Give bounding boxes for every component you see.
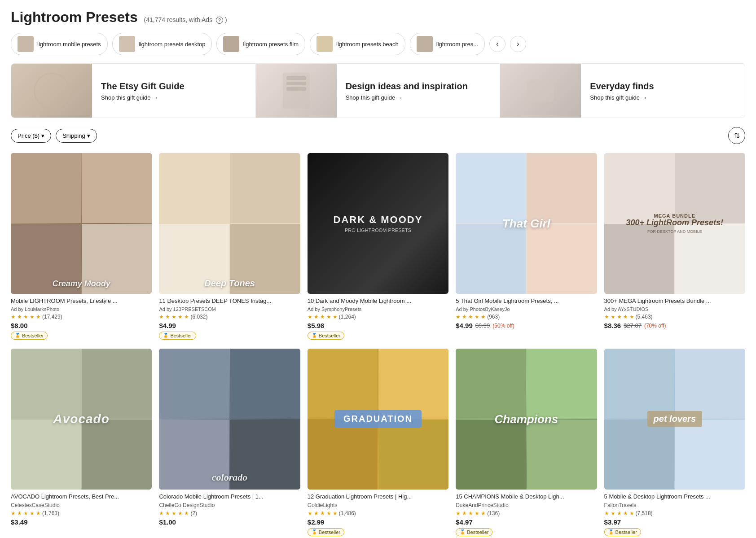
product-price-9: $4.97 <box>456 518 473 526</box>
gift-guide-card-3[interactable]: Everyday finds Shop this gift guide → <box>500 64 745 118</box>
gift-guide-link-2[interactable]: Shop this gift guide → <box>346 94 468 101</box>
star-icon: ★ <box>462 510 467 516</box>
product-grid: Creamy Moody Mobile LIGHTROOM Presets, L… <box>11 153 745 536</box>
gift-guide-content-1: The Etsy Gift Guide Shop this gift guide… <box>92 74 193 108</box>
product-card-2[interactable]: Deep Tones 11 Desktop Presets DEEP TONES… <box>159 153 300 340</box>
star-icon: ★ <box>623 314 628 320</box>
product-grid-cell <box>378 349 448 419</box>
product-image-grid-7 <box>159 349 300 490</box>
product-grid-cell <box>11 349 81 419</box>
star-icon: ★ <box>475 510 479 516</box>
suggestion-thumb-5 <box>417 36 433 52</box>
star-icon: ★ <box>159 510 164 516</box>
badge-icon: 🏅 <box>163 333 168 338</box>
gift-guide-card-1[interactable]: The Etsy Gift Guide Shop this gift guide… <box>11 64 256 118</box>
product-grid-cell <box>604 224 674 294</box>
product-ad-2: Ad by 123PRESETSCOM <box>159 306 300 312</box>
suggestions-bar: lightroom mobile presets lightroom prese… <box>11 33 745 55</box>
gift-guide-title-3: Everyday finds <box>590 81 654 92</box>
product-grid-cell <box>82 349 152 419</box>
product-card-8[interactable]: GRADUATION 12 Graduation Lightroom Prese… <box>308 349 448 536</box>
product-grid-cell <box>604 153 674 223</box>
product-grid-cell <box>230 420 300 490</box>
product-grid-cell <box>82 153 152 223</box>
product-name-8: 12 Graduation Lightroom Presets | Hig... <box>308 493 448 501</box>
product-stars-7: ★★★★★ (2) <box>159 510 300 516</box>
star-icon: ★ <box>326 314 331 320</box>
product-discount-5: (70% off) <box>644 323 666 329</box>
product-image-grid-6 <box>11 349 152 490</box>
product-card-10[interactable]: pet lovers 5 Mobile & Desktop Lightroom … <box>604 349 745 536</box>
star-icon: ★ <box>171 510 176 516</box>
product-grid-cell <box>308 420 378 490</box>
suggestion-thumb-1 <box>18 36 34 52</box>
suggestion-pill-3[interactable]: lightroom presets film <box>216 33 305 55</box>
product-seller-8: GoldieLights <box>308 502 448 508</box>
filters-bar: Price ($) ▾ Shipping ▾ ⇅ <box>11 127 745 144</box>
product-card-3[interactable]: DARK & MOODY PRO LIGHTROOM PRESETS 10 Da… <box>308 153 448 340</box>
product-grid-cell <box>159 420 229 490</box>
product-image-6: Avocado <box>11 349 152 490</box>
product-card-1[interactable]: Creamy Moody Mobile LIGHTROOM Presets, L… <box>11 153 152 340</box>
product-image-8: GRADUATION <box>308 349 448 490</box>
star-icon: ★ <box>468 510 473 516</box>
star-icon: ★ <box>314 314 319 320</box>
suggestion-pill-2[interactable]: lightroom presets desktop <box>112 33 212 55</box>
product-stars-1: ★ ★ ★ ★ ★ (17,429) <box>11 314 152 320</box>
star-icon: ★ <box>23 510 28 516</box>
gift-guide-link-1[interactable]: Shop this gift guide → <box>101 94 185 101</box>
star-icon: ★ <box>17 314 22 320</box>
product-grid-cell <box>11 153 81 223</box>
next-arrow[interactable]: › <box>510 36 526 52</box>
price-row-7: $1.00 <box>159 518 300 526</box>
product-grid-cell <box>527 420 597 490</box>
product-card-4[interactable]: That Girl 5 That Girl Mobile Lightroom P… <box>456 153 597 340</box>
suggestion-thumb-3 <box>223 36 239 52</box>
product-ad-4: Ad by PhotosByKaseyJo <box>456 306 597 312</box>
star-icon: ★ <box>36 314 41 320</box>
product-image-grid-9 <box>456 349 597 490</box>
sort-button[interactable]: ⇅ <box>728 127 745 144</box>
gift-guide-card-2[interactable]: Design ideas and inspiration Shop this g… <box>256 64 501 118</box>
bestseller-badge-2: 🏅 Bestseller <box>159 332 196 340</box>
product-stars-5: ★★★★★ (5,463) <box>604 314 745 320</box>
product-card-9[interactable]: Champions 15 CHAMPIONS Mobile & Desktop … <box>456 349 597 536</box>
help-icon[interactable]: ? <box>216 17 223 24</box>
star-icon: ★ <box>326 510 331 516</box>
product-price-6: $3.49 <box>11 518 28 526</box>
shipping-filter-button[interactable]: Shipping ▾ <box>56 129 97 143</box>
suggestion-pill-5[interactable]: lightroom pres... <box>410 33 485 55</box>
product-card-5[interactable]: MEGA BUNDLE 300+ LightRoom Presets! FOR … <box>604 153 745 340</box>
star-icon: ★ <box>23 314 28 320</box>
product-name-2: 11 Desktop Presets DEEP TONES Instag... <box>159 297 300 305</box>
product-grid-cell <box>527 153 597 223</box>
gift-guide-link-3[interactable]: Shop this gift guide → <box>590 94 654 101</box>
gift-guide-image-2 <box>256 64 337 118</box>
chevron-down-icon-2: ▾ <box>87 132 90 139</box>
price-filter-button[interactable]: Price ($) ▾ <box>11 129 51 143</box>
product-grid-cell <box>82 420 152 490</box>
product-image-grid-10 <box>604 349 745 490</box>
product-card-6[interactable]: Avocado AVOCADO Lightroom Presets, Best … <box>11 349 152 536</box>
gift-guide-image-3 <box>500 64 581 118</box>
product-ad-5: Ad by AYxSTUDIOS <box>604 306 745 312</box>
prev-arrow[interactable]: ‹ <box>489 36 505 52</box>
star-icon: ★ <box>165 314 170 320</box>
product-stars-6: ★★★★★ (1,763) <box>11 510 152 516</box>
star-icon: ★ <box>481 314 486 320</box>
badge-icon: 🏅 <box>312 529 317 534</box>
star-icon: ★ <box>11 314 16 320</box>
product-grid-cell <box>675 224 745 294</box>
product-original-price-5: $27.87 <box>624 322 642 329</box>
product-grid-cell <box>159 153 229 223</box>
product-card-7[interactable]: colorado Colorado Mobile Lightroom Prese… <box>159 349 300 536</box>
suggestion-pill-4[interactable]: lightroom presets beach <box>310 33 405 55</box>
price-row-1: $8.00 <box>11 322 152 329</box>
star-icon: ★ <box>456 510 461 516</box>
product-grid-cell <box>604 349 674 419</box>
bestseller-badge-8: 🏅 Bestseller <box>308 528 344 536</box>
star-icon: ★ <box>611 510 615 516</box>
suggestion-pill-1[interactable]: lightroom mobile presets <box>11 33 108 55</box>
product-image-5: MEGA BUNDLE 300+ LightRoom Presets! FOR … <box>604 153 745 294</box>
product-stars-3: ★★★★★ (1,264) <box>308 314 448 320</box>
